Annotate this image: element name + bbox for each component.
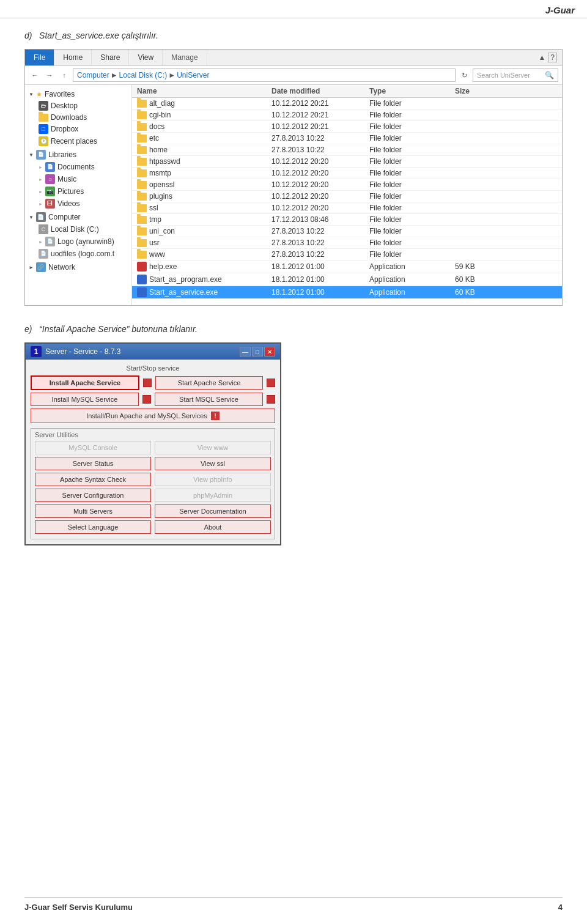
sidebar-item-localdisk-label: Local Disk (C:) xyxy=(51,225,99,234)
file-type: File folder xyxy=(369,146,455,154)
tab-share[interactable]: Share xyxy=(92,50,129,65)
phpmyadmin-button[interactable]: phpMyAdmin xyxy=(155,489,271,502)
dialog-container: 1 Server - Service - 8.7.3 — □ ✕ Start/S… xyxy=(24,342,563,545)
file-row[interactable]: www27.8.2013 10:22File folder xyxy=(132,249,562,261)
network-header[interactable]: ► 🔗 Network xyxy=(25,261,131,273)
network-label: Network xyxy=(48,263,75,272)
file-row[interactable]: docs10.12.2012 20:21File folder xyxy=(132,121,562,133)
file-row[interactable]: tmp17.12.2013 08:46File folder xyxy=(132,214,562,226)
file-type: File folder xyxy=(369,227,455,235)
view-ssl-button[interactable]: View ssl xyxy=(155,457,271,470)
folder-icon xyxy=(137,158,147,166)
about-button[interactable]: About xyxy=(155,520,271,534)
address-path[interactable]: Computer ► Local Disk (C:) ► UniServer xyxy=(73,68,456,82)
file-row[interactable]: etc27.8.2013 10:22File folder xyxy=(132,133,562,144)
file-date: 10.12.2012 20:20 xyxy=(271,180,369,189)
computer-icon: 📄 xyxy=(36,212,46,222)
dialog-window: 1 Server - Service - 8.7.3 — □ ✕ Start/S… xyxy=(24,342,281,545)
tab-home[interactable]: Home xyxy=(54,50,92,65)
install-apache-service-button[interactable]: Install Apache Service xyxy=(31,375,139,390)
minimize-button[interactable]: — xyxy=(240,347,251,357)
path-sep-1: ► xyxy=(111,71,118,79)
tab-view[interactable]: View xyxy=(129,50,163,65)
refresh-button[interactable]: ↻ xyxy=(458,69,470,81)
view-www-button[interactable]: View www xyxy=(155,441,271,454)
select-language-button[interactable]: Select Language xyxy=(35,520,151,534)
computer-header[interactable]: ▼ 📄 Computer xyxy=(25,211,131,223)
explorer-window: File Home Share View Manage ▲ ? ← → ↑ Co… xyxy=(24,49,563,306)
file-row[interactable]: alt_diag10.12.2012 20:21File folder xyxy=(132,98,562,109)
mysql-console-button[interactable]: MySQL Console xyxy=(35,441,151,454)
file-date: 27.8.2013 10:22 xyxy=(271,250,369,259)
server-utilities-box: Server Utilities MySQL Console View www … xyxy=(31,428,275,539)
view-phpinfo-button[interactable]: View phpInfo xyxy=(155,473,271,486)
sidebar-item-recent[interactable]: 🕑 Recent places xyxy=(25,135,131,147)
folder-icon xyxy=(137,100,147,108)
file-row[interactable]: htpasswd10.12.2012 20:20File folder xyxy=(132,156,562,168)
folder-icon xyxy=(137,251,147,259)
file-row-selected[interactable]: Start_as_service.exe18.1.2012 01:00Appli… xyxy=(132,286,562,299)
sidebar-item-documents[interactable]: ► 📄 Documents xyxy=(25,161,131,173)
vids-collapse-icon: ► xyxy=(39,202,43,206)
sidebar-item-logo[interactable]: ► 📄 Logo (aynurwin8) xyxy=(25,235,131,248)
exe-icon xyxy=(137,275,147,284)
sidebar-item-dropbox[interactable]: □ Dropbox xyxy=(25,123,131,135)
install-run-button[interactable]: Install/Run Apache and MySQL Services ! xyxy=(31,408,275,423)
sidebar-item-uodfiles[interactable]: 📄 uodfiles (logo.com.t xyxy=(25,248,131,260)
server-configuration-button[interactable]: Server Configuration xyxy=(35,489,151,502)
up-button[interactable]: ↑ xyxy=(58,69,70,81)
search-box[interactable]: Search UniServer 🔍 xyxy=(473,68,558,82)
libraries-header[interactable]: ▼ 📄 Libraries xyxy=(25,149,131,161)
tab-manage[interactable]: Manage xyxy=(163,50,207,65)
footer-right: 4 xyxy=(558,903,563,912)
file-size: 60 KB xyxy=(455,288,504,297)
forward-button[interactable]: → xyxy=(43,69,56,81)
sidebar-item-desktop[interactable]: 🗁 Desktop xyxy=(25,100,131,112)
file-row[interactable]: plugins10.12.2012 20:20File folder xyxy=(132,191,562,202)
file-list: Name Date modified Type Size alt_diag10.… xyxy=(132,85,562,305)
path-computer[interactable]: Computer xyxy=(77,71,109,79)
file-row[interactable]: home27.8.2013 10:22File folder xyxy=(132,144,562,156)
collapse-icon[interactable]: ▲ xyxy=(538,53,545,62)
path-localdisk[interactable]: Local Disk (C:) xyxy=(119,71,168,79)
sidebar-item-videos-label: Videos xyxy=(57,199,79,208)
sidebar-item-videos[interactable]: ► 🎞 Videos xyxy=(25,198,131,210)
file-row[interactable]: msmtp10.12.2012 20:20File folder xyxy=(132,168,562,179)
file-row[interactable]: cgi-bin10.12.2012 20:21File folder xyxy=(132,109,562,121)
sidebar-item-uodfiles-label: uodfiles (logo.com.t xyxy=(51,249,114,258)
back-button[interactable]: ← xyxy=(29,69,41,81)
file-type: File folder xyxy=(369,169,455,177)
folder-icon xyxy=(137,204,147,212)
server-status-row: Server Status View ssl xyxy=(35,457,271,470)
help-icon[interactable]: ? xyxy=(548,53,557,62)
file-row[interactable]: uni_con27.8.2013 10:22File folder xyxy=(132,226,562,237)
file-row[interactable]: usr27.8.2013 10:22File folder xyxy=(132,237,562,249)
sidebar-item-pictures[interactable]: ► 📷 Pictures xyxy=(25,185,131,198)
apache-syntax-check-button[interactable]: Apache Syntax Check xyxy=(35,473,151,486)
close-button[interactable]: ✕ xyxy=(264,347,275,357)
install-apache-indicator xyxy=(143,379,152,387)
sidebar-item-music[interactable]: ► ♫ Music xyxy=(25,173,131,185)
sidebar-item-localdisk[interactable]: C Local Disk (C:) xyxy=(25,223,131,235)
install-mysql-service-button[interactable]: Install MySQL Service xyxy=(31,393,139,406)
path-uniserver[interactable]: UniServer xyxy=(177,71,209,79)
file-type: File folder xyxy=(369,238,455,247)
file-name: htpasswd xyxy=(149,157,180,166)
file-row[interactable]: openssl10.12.2012 20:20File folder xyxy=(132,179,562,191)
file-name: Start_as_program.exe xyxy=(149,275,222,284)
server-status-button[interactable]: Server Status xyxy=(35,457,151,470)
start-msql-service-button[interactable]: Start MSQL Service xyxy=(155,393,263,406)
start-apache-service-button[interactable]: Start Apache Service xyxy=(155,376,263,390)
file-name: openssl xyxy=(149,180,174,189)
file-row[interactable]: help.exe18.1.2012 01:00Application59 KB xyxy=(132,261,562,273)
tab-file[interactable]: File xyxy=(25,50,54,65)
maximize-button[interactable]: □ xyxy=(252,347,263,357)
favorites-header[interactable]: ▼ ★ Favorites xyxy=(25,89,131,100)
multi-servers-button[interactable]: Multi Servers xyxy=(35,505,151,518)
sidebar-item-downloads-label: Downloads xyxy=(51,113,87,122)
server-documentation-button[interactable]: Server Documentation xyxy=(155,505,271,518)
col-type: Type xyxy=(369,87,455,95)
file-row[interactable]: Start_as_program.exe18.1.2012 01:00Appli… xyxy=(132,273,562,286)
file-row[interactable]: ssl10.12.2012 20:20File folder xyxy=(132,202,562,214)
sidebar-item-downloads[interactable]: Downloads xyxy=(25,112,131,123)
